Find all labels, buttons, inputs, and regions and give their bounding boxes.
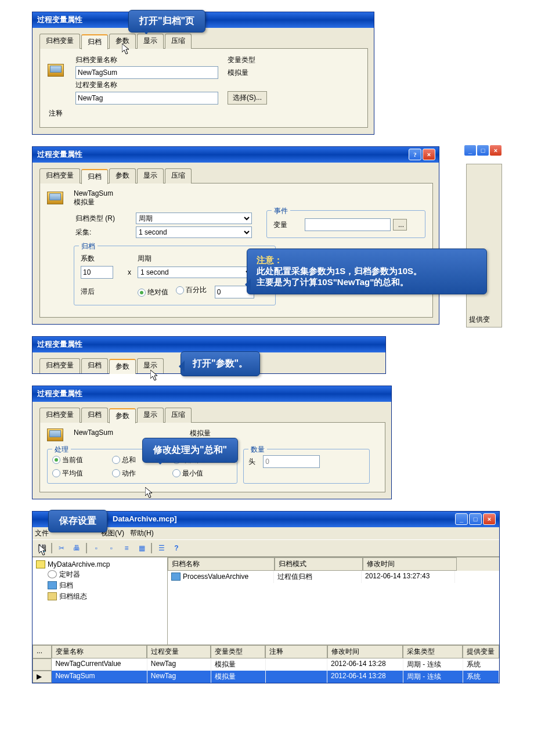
maximize-button[interactable]: □ [469,513,482,525]
tab-archive-variable[interactable]: 归档变量 [39,408,80,423]
toolbar-grid-icon[interactable]: ▦ [136,542,147,554]
value-type: 模拟量 [74,197,259,207]
label-coefficient: 系数 [81,254,95,262]
callout-note-sampling-archive: 注意： 此处配置采集参数为1S，归档参数为10S。 主要是为了计算10S"New… [247,249,487,294]
tree-node-archive[interactable]: 归档 [36,580,164,591]
menu-file[interactable]: 文件 [35,528,49,538]
table-row[interactable]: NewTagCurrentValue NewTag 模拟量 2012-06-14… [33,658,499,671]
archive-icon [48,581,57,589]
tab-archive-variable[interactable]: 归档变量 [39,34,80,49]
radio-current-value[interactable]: 当前值 [52,455,106,465]
tab-parameters[interactable]: 参数 [109,168,136,183]
groupbox-process-legend: 处理 [52,445,71,455]
toolbar-cut-icon[interactable]: ✂ [56,542,67,554]
radio-dot-icon [52,469,60,477]
tree-navigator: MyDataArchive.mcp 定时器 归档 归档组态 [33,557,168,645]
groupbox-archive-legend: 归档 [79,242,98,251]
toolbar-view-icon[interactable]: ▫ [91,542,102,554]
toolbar-help-icon[interactable]: ? [171,542,182,554]
value-name: NewTagSum [74,189,259,197]
tab-parameters[interactable]: 参数 [109,359,136,374]
tree-root[interactable]: MyDataArchive.mcp [36,560,164,569]
select-collect[interactable]: 1 second [136,226,252,238]
bg-maximize-icon: □ [477,145,489,156]
variable-icon [47,429,63,441]
col-archive-mode[interactable]: 归档模式 [275,557,363,571]
label-period: 周期 [138,254,151,262]
tab-archive-variable[interactable]: 归档变量 [39,358,80,373]
col-var-type[interactable]: 变量类型 [211,645,265,658]
tab-archive[interactable]: 归档 [81,169,108,184]
radio-average[interactable]: 平均值 [52,469,106,478]
archive-row[interactable]: ProcessValueArchive 过程值归档 2012-06-14 13:… [168,571,499,583]
tab-display[interactable]: 显示 [137,168,164,183]
help-button[interactable]: ? [409,149,421,160]
radio-absolute[interactable]: 绝对值 [138,287,168,297]
tab-archive[interactable]: 归档 [81,34,108,49]
callout-save-settings: 保存设置 [48,510,107,532]
input-process-var-name[interactable] [75,92,218,105]
input-event-variable[interactable] [305,218,391,231]
button-event-browse[interactable]: ... [393,219,407,231]
tab-compress[interactable]: 压缩 [165,34,192,49]
variable-icon [48,64,64,77]
radio-dot-icon [176,286,184,294]
input-archive-var-name[interactable] [75,66,218,79]
button-select[interactable]: 选择(S)... [228,91,267,105]
close-button[interactable]: × [483,513,496,525]
select-archive-type[interactable]: 周期 [136,213,252,224]
window-tag-logging: DataArchive.mcp] _ □ × 文件 视图(V) 帮助(H) 💾 … [32,511,500,683]
input-count [263,455,320,468]
callout-change-process-to-sum: 修改处理为"总和" [142,438,238,463]
toolbar-view2-icon[interactable]: ▫ [106,542,117,554]
minimize-button[interactable]: _ [455,513,468,525]
value-var-type: 模拟量 [227,66,360,80]
tab-archive[interactable]: 归档 [81,408,108,423]
toolbar-print-icon[interactable]: 🖶 [71,542,82,554]
callout-open-archive-tab: 打开"归档"页 [128,10,205,33]
clock-icon [48,570,57,578]
bg-close-icon: × [489,145,502,156]
dialog-title: 过程变量属性 [37,149,409,160]
col-rowhead[interactable]: ... [33,645,52,658]
radio-dot-icon [112,456,120,464]
config-icon [48,592,57,600]
table-row[interactable]: ▶ NewTagSum NewTag 模拟量 2012-06-14 13:28 … [33,671,499,683]
col-archive-name[interactable]: 归档名称 [168,557,275,571]
label-process-var-name: 过程变量名称 [75,80,117,90]
menu-help[interactable]: 帮助(H) [130,528,154,538]
col-process-var[interactable]: 过程变量 [147,645,211,658]
tag-grid-header: ... 变量名称 过程变量 变量类型 注释 修改时间 采集类型 提供变量 [33,645,499,658]
radio-min[interactable]: 最小值 [172,469,226,478]
tree-node-timer[interactable]: 定时器 [36,569,164,580]
col-modified[interactable]: 修改时间 [363,557,457,571]
archive-icon [171,573,181,581]
cursor-icon [150,370,160,381]
toolbar-props-icon[interactable]: ☰ [156,542,167,554]
toolbar-list-icon[interactable]: ≡ [121,542,132,554]
dialog-title: 过程变量属性 [37,388,388,399]
dialog-process-variable-properties-2: 过程变量属性 ? × 归档变量 归档 参数 显示 压缩 NewTagSum 模拟… [32,146,439,325]
col-collect-type[interactable]: 采集类型 [403,645,463,658]
tab-compress[interactable]: 压缩 [165,168,192,183]
tab-archive-variable[interactable]: 归档变量 [39,168,80,183]
tab-archive[interactable]: 归档 [81,358,108,373]
select-period[interactable]: 1 second [138,267,254,278]
radio-percent[interactable]: 百分比 [176,285,207,295]
groupbox-count-legend: 数量 [248,445,267,455]
close-button[interactable]: × [423,149,435,160]
col-comment[interactable]: 注释 [265,645,327,658]
col-modified[interactable]: 修改时间 [327,645,403,658]
col-var-name[interactable]: 变量名称 [52,645,147,658]
radio-dot-icon [52,456,60,464]
input-coefficient[interactable] [81,266,113,279]
database-icon [36,560,45,568]
tab-parameters[interactable]: 参数 [109,408,136,423]
toolbar: 💾 ✂ 🖶 ▫ ▫ ≡ ▦ ☰ ? [33,539,499,557]
tab-compress[interactable]: 压缩 [165,408,192,423]
tab-display[interactable]: 显示 [137,408,164,423]
window-title-tail: DataArchive.mcp] [113,514,455,523]
col-provide-var[interactable]: 提供变量 [463,645,499,658]
tree-node-archive-config[interactable]: 归档组态 [36,591,164,602]
background-panel: 提供变 [466,164,502,327]
